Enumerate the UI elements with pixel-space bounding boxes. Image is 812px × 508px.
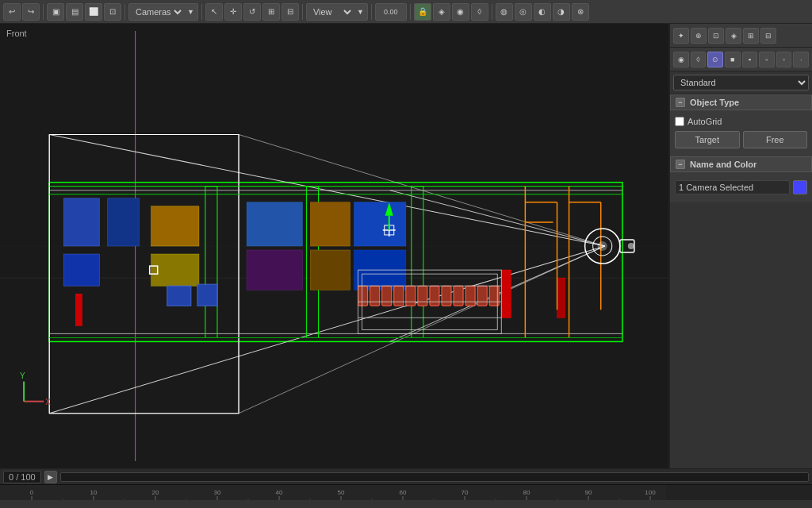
panel-motion-icon[interactable]: ◈: [726, 28, 741, 44]
object-type-title: Object Type: [690, 98, 739, 107]
name-and-color-header[interactable]: − Name and Color: [670, 156, 812, 172]
extra-tool5[interactable]: ◎: [515, 3, 532, 21]
svg-rect-41: [406, 286, 416, 306]
cameras-select[interactable]: Cameras Lights Helpers: [132, 6, 184, 17]
standard-select[interactable]: Standard Extended Custom: [673, 75, 809, 90]
svg-rect-72: [167, 286, 191, 306]
camera-selected-label: 1 Camera Selected: [675, 180, 790, 194]
panel-sub8-icon[interactable]: ·: [793, 52, 809, 67]
panel-sub3-icon-active[interactable]: ⊙: [707, 52, 723, 67]
camera-color-swatch[interactable]: [793, 180, 807, 194]
svg-rect-37: [358, 286, 368, 306]
undo-button[interactable]: ↩: [3, 3, 21, 21]
extra-tool8[interactable]: ⊗: [572, 3, 589, 21]
move-btn[interactable]: ✛: [224, 3, 242, 21]
sep1: [43, 4, 44, 20]
cameras-dropdown[interactable]: Cameras Lights Helpers ▼: [128, 3, 198, 21]
view-select[interactable]: View Screen World: [310, 6, 354, 17]
panel-display-icon[interactable]: ⊞: [743, 28, 759, 44]
coord-display: 0.00: [375, 3, 407, 21]
select-filter-btn[interactable]: ▤: [66, 3, 83, 21]
status-bar: 0 10 20 30 40 50 60 70 80 90 100: [0, 484, 812, 500]
svg-rect-42: [418, 286, 427, 306]
viewport-label: Front: [6, 29, 27, 38]
select-region-btn[interactable]: ▣: [47, 3, 64, 21]
svg-rect-34: [75, 294, 82, 325]
svg-text:90: 90: [585, 489, 592, 496]
autogrid-row: AutoGrid: [675, 115, 807, 128]
svg-rect-73: [197, 284, 217, 306]
svg-text:100: 100: [645, 489, 656, 496]
svg-rect-39: [382, 286, 392, 306]
svg-text:X: X: [45, 398, 51, 406]
select-obj-btn[interactable]: ⬜: [85, 3, 102, 21]
target-button[interactable]: Target: [675, 131, 740, 148]
svg-text:10: 10: [90, 489, 98, 496]
camera-buttons: Target Free: [675, 128, 807, 152]
extra-tool3[interactable]: ◊: [471, 3, 488, 21]
svg-rect-21: [107, 198, 139, 246]
autogrid-checkbox[interactable]: [675, 117, 684, 126]
panel-sub6-icon[interactable]: ▫: [759, 52, 775, 67]
object-type-section: − Object Type AutoGrid Target Free: [670, 94, 812, 156]
svg-point-65: [628, 243, 634, 249]
scene-svg: X Y: [0, 24, 668, 468]
extra-btn1[interactable]: ⊟: [282, 3, 299, 21]
main-layout: Front: [0, 24, 812, 468]
panel-sub1-icon[interactable]: ◉: [673, 52, 689, 67]
panel-create-icon[interactable]: ✦: [673, 28, 689, 44]
panel-hierarchy-icon[interactable]: ⊡: [708, 28, 724, 44]
viewport[interactable]: Front: [0, 24, 669, 468]
name-and-color-collapse[interactable]: −: [676, 160, 685, 169]
snap-toggle[interactable]: 🔒: [414, 3, 431, 21]
name-and-color-section: − Name and Color 1 Camera Selected: [670, 156, 812, 202]
svg-rect-29: [247, 250, 302, 290]
redo-button[interactable]: ↪: [22, 3, 40, 21]
svg-text:50: 50: [338, 489, 345, 496]
panel-utility-icon[interactable]: ⊟: [760, 28, 776, 44]
sep4: [302, 4, 303, 20]
extra-tool4[interactable]: ◍: [496, 3, 513, 21]
ruler-container: 0 10 20 30 40 50 60 70 80 90 100: [0, 485, 812, 501]
svg-rect-24: [151, 254, 199, 286]
select-rect-btn[interactable]: ⊡: [104, 3, 121, 21]
svg-rect-40: [394, 286, 404, 306]
free-button[interactable]: Free: [743, 131, 808, 148]
sep2: [124, 4, 125, 20]
svg-rect-38: [370, 286, 380, 306]
svg-text:30: 30: [214, 489, 221, 496]
svg-text:60: 60: [400, 489, 407, 496]
svg-rect-47: [477, 286, 487, 306]
panel-modify-icon[interactable]: ⊕: [691, 28, 707, 44]
svg-rect-44: [442, 286, 451, 306]
svg-text:20: 20: [152, 489, 159, 496]
select-pointer-btn[interactable]: ↖: [205, 3, 223, 21]
top-toolbar: ↩ ↪ ▣ ▤ ⬜ ⊡ Cameras Lights Helpers ▼ ↖ ✛…: [0, 0, 812, 24]
panel-sub2-icon[interactable]: ◊: [691, 52, 707, 67]
svg-text:70: 70: [462, 489, 469, 496]
timeline-slider[interactable]: [60, 472, 809, 482]
bottom-timeline: 0 / 100 ▶: [0, 468, 812, 484]
panel-sub7-icon[interactable]: ◦: [776, 52, 792, 67]
timeline-play-btn[interactable]: ▶: [44, 471, 57, 483]
svg-rect-23: [151, 206, 199, 246]
svg-rect-28: [247, 202, 302, 246]
svg-rect-45: [454, 286, 463, 306]
view-dropdown[interactable]: View Screen World ▼: [306, 3, 368, 21]
panel-sub4-icon[interactable]: ■: [725, 52, 741, 67]
scale-btn[interactable]: ⊞: [262, 3, 280, 21]
svg-rect-46: [465, 286, 475, 306]
extra-tool7[interactable]: ◑: [553, 3, 570, 21]
object-type-collapse[interactable]: −: [676, 98, 685, 107]
rotate-btn[interactable]: ↺: [243, 3, 261, 21]
panel-sub5-icon[interactable]: ▪: [742, 52, 758, 67]
object-type-header[interactable]: − Object Type: [670, 94, 812, 110]
svg-rect-30: [310, 202, 350, 246]
svg-rect-79: [0, 485, 666, 501]
svg-rect-20: [63, 198, 99, 246]
extra-tool1[interactable]: ◈: [433, 3, 450, 21]
extra-tool6[interactable]: ◐: [534, 3, 551, 21]
extra-tool2[interactable]: ◉: [452, 3, 469, 21]
object-type-content: AutoGrid Target Free: [670, 110, 812, 156]
sep3: [201, 4, 202, 20]
